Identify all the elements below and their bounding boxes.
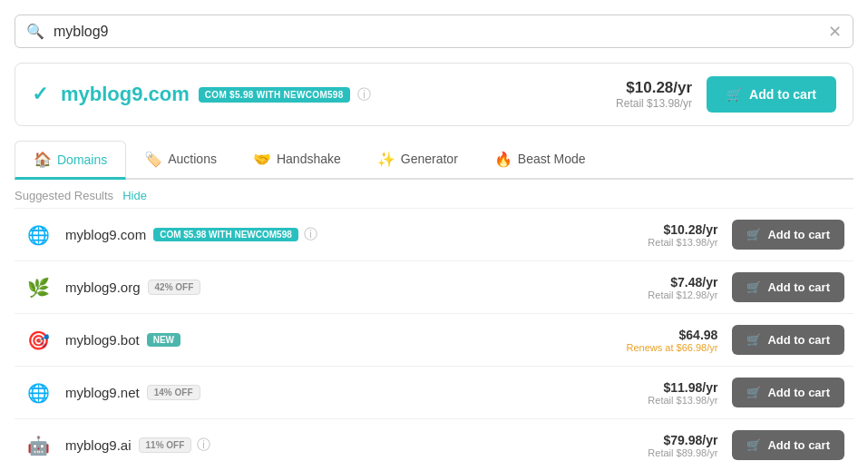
search-input[interactable] [54, 24, 828, 40]
badge-4: 11% OFF [139, 437, 192, 453]
result-price-main-1: $7.48/yr [627, 275, 717, 289]
tab-beast-mode[interactable]: 🔥 Beast Mode [476, 141, 604, 180]
result-price-sub-0: Retail $13.98/yr [627, 237, 717, 248]
featured-domain-name: myblog9.com [61, 83, 190, 106]
result-price-4: $79.98/yr Retail $89.98/yr [627, 433, 717, 458]
suggested-results-header: Suggested Results Hide [15, 180, 853, 209]
featured-price: $10.28/yr Retail $13.98/yr [616, 79, 692, 110]
result-row: 🤖 myblog9.ai 11% OFF ⓘ $79.98/yr Retail … [15, 419, 853, 471]
domain-name-2: myblog9.bot [65, 332, 140, 348]
result-price-2: $64.98 Renews at $66.98/yr [626, 328, 717, 353]
page-container: 🔍 ✕ ✓ myblog9.com COM $5.98 WITH NEWCOM5… [0, 0, 868, 471]
featured-result: ✓ myblog9.com COM $5.98 WITH NEWCOM598 ⓘ… [15, 63, 853, 126]
tab-beast-mode-label: Beast Mode [518, 152, 586, 166]
featured-info-icon[interactable]: ⓘ [357, 86, 371, 103]
result-price-main-4: $79.98/yr [627, 433, 717, 447]
result-row: 🎯 myblog9.bot NEW $64.98 Renews at $66.9… [15, 314, 853, 367]
cart-icon: 🛒 [727, 87, 742, 102]
result-price-sub-3: Retail $13.98/yr [627, 395, 717, 406]
cart-icon-4: 🛒 [746, 438, 761, 452]
result-price-0: $10.28/yr Retail $13.98/yr [627, 222, 717, 248]
cart-icon-0: 🛒 [746, 228, 761, 241]
tab-auctions-label: Auctions [168, 152, 217, 166]
tab-domains[interactable]: 🏠 Domains [15, 141, 126, 180]
add-to-cart-button-4[interactable]: 🛒 Add to cart [732, 430, 844, 460]
beast-mode-tab-icon: 🔥 [494, 151, 512, 168]
add-to-cart-button-3[interactable]: 🛒 Add to cart [732, 378, 844, 407]
search-icon: 🔍 [26, 23, 44, 40]
tab-handshake-label: Handshake [277, 152, 341, 166]
badge-3: 14% OFF [147, 385, 200, 400]
domain-icon-1: 🌿 [24, 273, 53, 302]
add-to-cart-button-1[interactable]: 🛒 Add to cart [732, 272, 844, 302]
tab-generator-label: Generator [401, 152, 458, 166]
results-list: 🌐 myblog9.com COM $5.98 WITH NEWCOM598 ⓘ… [15, 209, 853, 471]
result-row: 🌐 myblog9.net 14% OFF $11.98/yr Retail $… [15, 367, 853, 419]
add-to-cart-button-2[interactable]: 🛒 Add to cart [732, 325, 844, 355]
result-row: 🌐 myblog9.com COM $5.98 WITH NEWCOM598 ⓘ… [15, 209, 853, 261]
result-price-sub-2: Renews at $66.98/yr [626, 342, 717, 353]
search-bar: 🔍 ✕ [15, 15, 853, 48]
info-icon-0[interactable]: ⓘ [304, 226, 317, 243]
result-price-sub-4: Retail $89.98/yr [627, 447, 717, 458]
result-price-main-2: $64.98 [626, 328, 717, 342]
result-row: 🌿 myblog9.org 42% OFF $7.48/yr Retail $1… [15, 261, 853, 314]
add-to-cart-button-0[interactable]: 🛒 Add to cart [732, 220, 844, 250]
domain-icon-4: 🤖 [24, 431, 53, 460]
clear-search-button[interactable]: ✕ [828, 24, 842, 40]
suggested-results-label: Suggested Results [15, 189, 113, 202]
add-to-cart-label-2: Add to cart [767, 333, 830, 347]
add-to-cart-label-1: Add to cart [767, 280, 830, 294]
add-to-cart-label-4: Add to cart [767, 438, 830, 452]
hide-results-link[interactable]: Hide [122, 189, 147, 202]
domain-name-0: myblog9.com [65, 227, 146, 242]
featured-add-to-cart-button[interactable]: 🛒 Add to cart [707, 76, 836, 113]
info-icon-4[interactable]: ⓘ [197, 437, 210, 454]
domain-name-4: myblog9.ai [65, 437, 132, 453]
result-price-main-3: $11.98/yr [627, 380, 717, 395]
generator-tab-icon: ✨ [377, 151, 395, 168]
cart-icon-2: 🛒 [746, 333, 761, 347]
result-price-3: $11.98/yr Retail $13.98/yr [627, 380, 717, 406]
featured-promo-badge: COM $5.98 WITH NEWCOM598 [199, 87, 350, 103]
tabs: 🏠 Domains 🏷️ Auctions 🤝 Handshake ✨ Gene… [15, 141, 853, 180]
badge-1: 42% OFF [148, 280, 201, 295]
tab-domains-label: Domains [57, 152, 107, 167]
add-to-cart-label-3: Add to cart [767, 386, 830, 399]
domain-icon-3: 🌐 [24, 378, 53, 407]
tab-generator[interactable]: ✨ Generator [359, 141, 476, 180]
domain-icon-0: 🌐 [24, 221, 53, 250]
cart-icon-1: 🛒 [746, 280, 761, 294]
tab-auctions[interactable]: 🏷️ Auctions [126, 141, 235, 180]
tab-handshake[interactable]: 🤝 Handshake [235, 141, 359, 180]
badge-0: COM $5.98 WITH NEWCOM598 [153, 228, 298, 241]
featured-price-main: $10.28/yr [616, 79, 692, 97]
domains-tab-icon: 🏠 [34, 151, 52, 168]
featured-add-to-cart-label: Add to cart [749, 87, 816, 102]
cart-icon-3: 🛒 [746, 386, 761, 399]
auctions-tab-icon: 🏷️ [144, 151, 162, 168]
domain-name-1: myblog9.org [65, 280, 141, 295]
domain-name-3: myblog9.net [65, 385, 140, 400]
featured-price-retail: Retail $13.98/yr [616, 97, 692, 110]
handshake-tab-icon: 🤝 [253, 151, 271, 168]
domain-icon-2: 🎯 [24, 326, 53, 355]
check-icon: ✓ [32, 83, 48, 106]
add-to-cart-label-0: Add to cart [767, 228, 830, 241]
badge-2: NEW [147, 333, 180, 347]
result-price-sub-1: Retail $12.98/yr [627, 289, 717, 300]
result-price-main-0: $10.28/yr [627, 222, 717, 237]
result-price-1: $7.48/yr Retail $12.98/yr [627, 275, 717, 300]
